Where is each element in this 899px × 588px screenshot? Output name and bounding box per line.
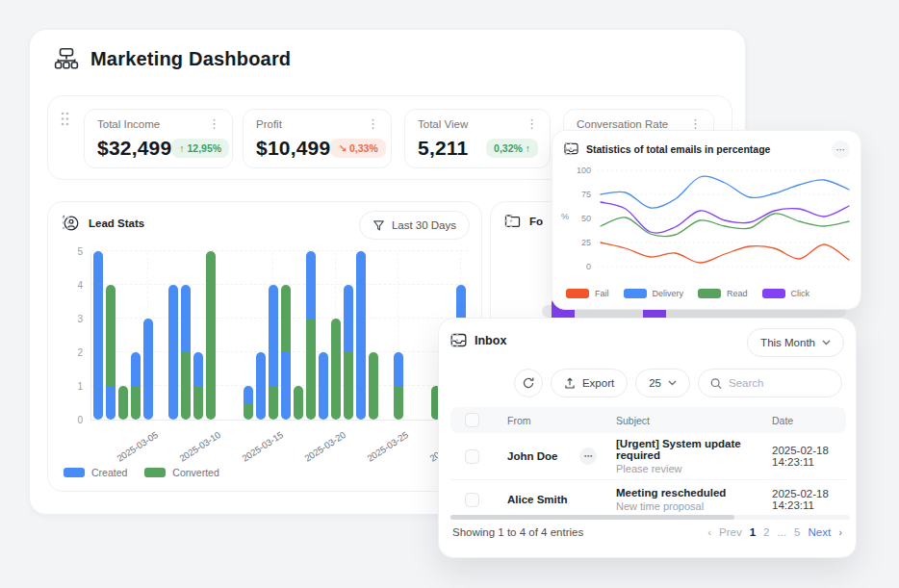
page-button-5[interactable]: 5 — [794, 526, 800, 538]
refresh-button[interactable] — [514, 369, 543, 397]
legend-swatch — [624, 289, 647, 298]
date-text: 2025-02-18 14:23:11 — [760, 488, 846, 511]
prev-page-button[interactable]: Prev — [719, 526, 742, 538]
axis-tick-label: 100 — [574, 166, 591, 175]
next-page-button[interactable]: Next — [809, 526, 832, 538]
stat-label: Conversation Rate — [577, 118, 668, 130]
row-menu-icon[interactable]: ⋯ — [579, 447, 597, 465]
lead-bar — [193, 352, 203, 420]
prev-chevron-icon[interactable]: ‹ — [707, 526, 711, 538]
more-options-icon[interactable]: ⋯ — [832, 141, 850, 159]
lead-bar — [168, 285, 178, 420]
row-checkbox[interactable] — [465, 449, 479, 464]
sitemap-icon — [54, 46, 79, 71]
legend-label: Converted — [172, 467, 218, 478]
inbox-widget: Inbox This Month Export 25 — [438, 318, 857, 558]
line-chart-legend: FailDeliveryReadClick — [566, 289, 809, 298]
column-header-from: From — [493, 415, 606, 426]
bar-chart-y-axis: 012345 — [60, 202, 83, 433]
refresh-icon — [522, 376, 535, 390]
next-chevron-icon[interactable]: › — [838, 526, 842, 538]
line-series-fail — [601, 243, 849, 263]
lead-bar — [344, 285, 353, 420]
kebab-menu-icon[interactable]: ⋮ — [208, 119, 220, 129]
lead-bar — [131, 352, 141, 420]
lead-bar — [93, 251, 103, 420]
drag-handle-icon[interactable] — [450, 333, 459, 347]
page-button-2[interactable]: 2 — [763, 526, 769, 538]
lead-bar — [244, 386, 253, 420]
chevron-down-icon — [668, 380, 677, 386]
lead-bar — [394, 352, 403, 420]
inbox-toolbar: Export 25 — [514, 369, 842, 397]
axis-tick-label: 1 — [60, 381, 83, 392]
inbox-footer: Showing 1 to 4 of 4 entries ‹ Prev 1 2 .… — [452, 526, 842, 538]
date-text: 2025-02-18 14:23:11 — [760, 445, 846, 468]
chevron-down-icon — [822, 340, 831, 345]
export-icon — [564, 377, 576, 390]
period-dropdown[interactable]: This Month — [747, 328, 844, 357]
horizontal-scrollbar[interactable] — [450, 515, 850, 520]
legend-label: Created — [91, 467, 127, 478]
lead-bar — [294, 386, 303, 420]
kebab-menu-icon[interactable]: ⋮ — [689, 119, 702, 129]
table-row[interactable]: John Doe ⋯ [Urgent] System update requir… — [450, 433, 846, 480]
table-header-row: From Subject Date — [450, 407, 846, 433]
drag-handle-icon[interactable] — [504, 214, 513, 228]
trend-badge: 0,32% ↑ — [486, 139, 538, 158]
inbox-table: From Subject Date John Doe ⋯ [Urgent] Sy… — [450, 407, 846, 519]
legend-swatch — [64, 468, 85, 477]
trend-badge: ↑ 12,95% — [171, 139, 229, 158]
stat-value: 5,211 — [418, 137, 468, 160]
legend-label: Click — [791, 289, 810, 298]
lead-bar — [369, 352, 378, 420]
page-ellipsis: ... — [778, 526, 787, 538]
scrollbar-thumb[interactable] — [450, 515, 734, 520]
kebab-menu-icon[interactable]: ⋮ — [526, 119, 538, 129]
lead-bar — [256, 352, 266, 420]
stat-label: Profit — [256, 118, 282, 130]
stat-card-total-view: Total View ⋮ 5,211 0,32% ↑ — [404, 109, 551, 168]
lead-bar — [106, 285, 116, 420]
drag-handle-icon[interactable] — [61, 112, 69, 126]
page-button-1[interactable]: 1 — [750, 526, 756, 538]
sender-name: Alice Smith — [507, 494, 568, 505]
legend-swatch — [566, 289, 589, 298]
lead-bar — [331, 319, 341, 420]
axis-tick-label: 2025-03-15 — [240, 429, 285, 464]
axis-tick-label: 2025-03-05 — [115, 429, 160, 464]
search-input[interactable] — [729, 377, 830, 389]
legend-label: Read — [727, 289, 748, 298]
legend-item: Fail — [566, 289, 609, 298]
axis-tick-label: 2 — [60, 347, 83, 358]
select-all-checkbox[interactable] — [465, 413, 479, 427]
axis-tick-label: 2025-03-20 — [302, 429, 347, 464]
line-chart-y-axis: 1007550250 — [574, 166, 591, 273]
lead-bar — [181, 285, 191, 420]
page-size-value: 25 — [649, 377, 661, 389]
lead-bar — [319, 352, 328, 420]
axis-tick-label: 25 — [574, 238, 591, 247]
table-row[interactable]: Alice Smith Meeting rescheduled New time… — [450, 480, 846, 519]
stat-label: Total View — [418, 118, 468, 130]
legend-item: Read — [698, 289, 748, 298]
legend-item: Delivery — [624, 289, 684, 298]
legend-swatch — [698, 289, 721, 298]
page-size-dropdown[interactable]: 25 — [635, 369, 690, 397]
axis-tick-label: 2025-03-10 — [177, 429, 222, 464]
line-series-read — [601, 214, 849, 237]
drag-handle-icon[interactable] — [564, 141, 573, 156]
kebab-menu-icon[interactable]: ⋮ — [367, 119, 379, 129]
period-label: This Month — [760, 337, 815, 348]
screen: Marketing Dashboard Total Income ⋮ $32,4… — [0, 0, 899, 588]
last-30-days-filter-button[interactable]: Last 30 Days — [359, 211, 470, 240]
axis-tick-label: 50 — [574, 214, 591, 223]
lead-bar — [118, 386, 128, 420]
export-button[interactable]: Export — [551, 369, 628, 397]
row-checkbox[interactable] — [465, 493, 479, 507]
lead-bar — [281, 285, 291, 420]
gridline — [91, 250, 468, 251]
widget-title: Inbox — [475, 334, 506, 347]
trend-badge: ↘ 0,33% — [330, 139, 386, 158]
entries-summary: Showing 1 to 4 of 4 entries — [452, 526, 583, 538]
